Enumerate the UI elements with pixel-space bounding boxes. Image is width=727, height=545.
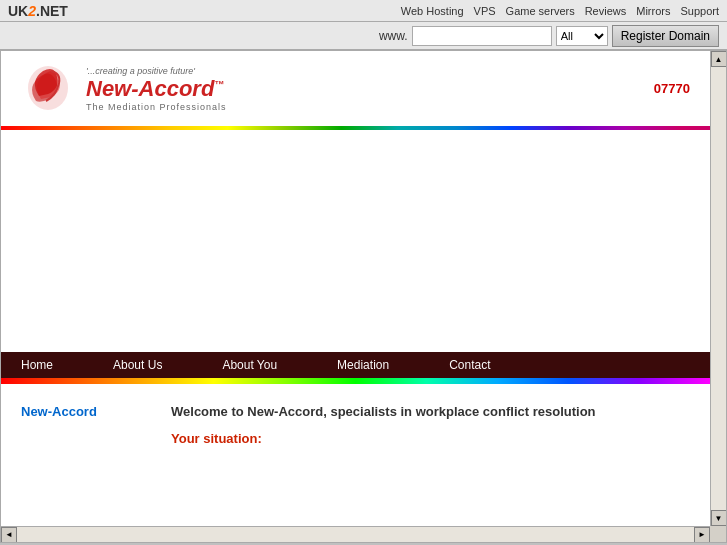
top-nav: Web Hosting VPS Game servers Reviews Mir… — [401, 5, 719, 17]
nav-game-servers[interactable]: Game servers — [506, 5, 575, 17]
nav-mirrors[interactable]: Mirrors — [636, 5, 670, 17]
logo-trademark: ™ — [214, 78, 224, 89]
logo-accent: 2 — [28, 3, 36, 19]
rainbow-divider — [1, 126, 710, 130]
right-column: Welcome to New-Accord, specialists in wo… — [171, 404, 690, 446]
nav-vps[interactable]: VPS — [474, 5, 496, 17]
nav-mediation[interactable]: Mediation — [337, 354, 389, 376]
scrollbar-bottom: ◄ ► — [1, 526, 710, 542]
site-header: '...creating a positive future' New-Acco… — [1, 51, 710, 126]
nav-reviews[interactable]: Reviews — [585, 5, 627, 17]
scroll-corner — [710, 526, 726, 542]
scroll-down-button[interactable]: ▼ — [711, 510, 727, 526]
left-column: New-Accord — [21, 404, 151, 446]
browser-frame: '...creating a positive future' New-Acco… — [0, 50, 727, 543]
scroll-up-button[interactable]: ▲ — [711, 51, 727, 67]
scrollbar-right: ▲ ▼ — [710, 51, 726, 526]
scroll-track-horizontal[interactable] — [17, 527, 694, 543]
logo-name-text: New-Accord — [86, 76, 214, 101]
scroll-track-vertical[interactable] — [711, 67, 727, 510]
your-situation-label: Your situation: — [171, 431, 690, 446]
www-label: www. — [379, 29, 408, 43]
site-logo: '...creating a positive future' New-Acco… — [21, 61, 227, 116]
logo-name: New-Accord™ — [86, 76, 227, 102]
nav-about-us[interactable]: About Us — [113, 354, 162, 376]
welcome-text: Welcome to New-Accord, specialists in wo… — [171, 404, 690, 419]
new-accord-link[interactable]: New-Accord — [21, 404, 97, 419]
logo-subtitle: The Mediation Professionals — [86, 102, 227, 112]
white-content-area — [1, 132, 710, 352]
scroll-left-button[interactable]: ◄ — [1, 527, 17, 543]
nav-about-you[interactable]: About You — [222, 354, 277, 376]
phone-number: 07770 — [654, 81, 690, 96]
site-logo-uk2[interactable]: UK2.NET — [8, 3, 68, 19]
scroll-right-button[interactable]: ► — [694, 527, 710, 543]
domain-input[interactable] — [412, 26, 552, 46]
nav-contact[interactable]: Contact — [449, 354, 490, 376]
logo-text-block: '...creating a positive future' New-Acco… — [86, 66, 227, 112]
page-content: '...creating a positive future' New-Acco… — [1, 51, 710, 526]
nav-support[interactable]: Support — [680, 5, 719, 17]
domain-bar: www. All .co.uk .com .net .org Register … — [0, 22, 727, 50]
bottom-content: New-Accord Welcome to New-Accord, specia… — [1, 384, 710, 466]
site-nav-bar: Home About Us About You Mediation Contac… — [1, 352, 710, 378]
top-bar: UK2.NET Web Hosting VPS Game servers Rev… — [0, 0, 727, 22]
tld-select[interactable]: All .co.uk .com .net .org — [556, 26, 608, 46]
nav-web-hosting[interactable]: Web Hosting — [401, 5, 464, 17]
nav-home[interactable]: Home — [21, 354, 53, 376]
logo-svg-icon — [21, 61, 76, 116]
logo-tagline: '...creating a positive future' — [86, 66, 227, 76]
register-domain-button[interactable]: Register Domain — [612, 25, 719, 47]
